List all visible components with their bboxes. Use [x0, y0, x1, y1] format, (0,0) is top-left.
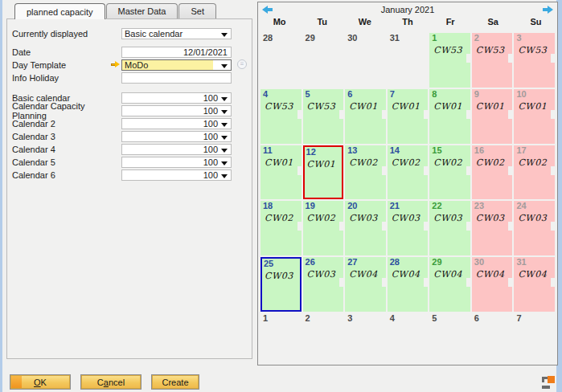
calendar-day-cell[interactable]: 30CW04 [472, 257, 513, 312]
calendar-day-cell[interactable]: 3CW53 [514, 33, 555, 88]
calendar-capacity-value: 100 [122, 106, 231, 116]
row-date: Date 12/01/2021 [10, 46, 248, 58]
calendar-day-cell[interactable]: 13CW02 [345, 145, 386, 200]
date-label: Date [10, 47, 121, 57]
edit-list-icon[interactable]: ≡ [237, 59, 247, 69]
calendar-capacity-value: 100 [122, 119, 231, 129]
calendar-week-label: CW01 [515, 101, 553, 112]
calendar-day-cell[interactable]: 28CW04 [388, 257, 429, 312]
calendar-week-label: CW03 [389, 213, 427, 223]
calendar-day-cell[interactable]: 22CW03 [429, 201, 470, 255]
calendar-day-cell[interactable]: 4CW53 [260, 89, 302, 144]
capacity-rows: Basic calendar100Calendar Capacity Plann… [10, 92, 248, 181]
next-month-arrow-icon[interactable] [542, 6, 553, 14]
calendar-day-cell[interactable]: 30 [345, 33, 386, 88]
chevron-down-icon[interactable] [221, 149, 228, 153]
day-number: 23 [474, 201, 511, 211]
calendar-day-cell[interactable]: 19CW02 [303, 201, 344, 255]
calendar-day-cell[interactable]: 31CW04 [514, 257, 555, 312]
tab-planned-capacity[interactable]: planned capacity [14, 3, 105, 19]
calendar-day-cell[interactable]: 21CW03 [388, 201, 429, 255]
date-input[interactable]: 12/01/2021 [121, 47, 232, 58]
previous-month-arrow-icon[interactable] [262, 6, 273, 14]
day-number: 28 [262, 33, 300, 43]
calendar-week-label: CW03 [515, 213, 553, 223]
chevron-down-icon[interactable] [221, 33, 228, 37]
calendar-day-cell[interactable]: 29 [303, 33, 344, 88]
calendar-day-cell[interactable]: 5CW53 [303, 89, 344, 144]
calendar-day-cell[interactable]: 10CW01 [514, 89, 555, 144]
day-number: 30 [474, 257, 511, 267]
calendar-day-cell[interactable]: 2 [303, 313, 344, 362]
create-button[interactable]: Create [151, 374, 199, 390]
calendar-capacity-label: Calendar 2 [10, 119, 121, 129]
calendar-day-cell[interactable]: 7 [514, 313, 555, 362]
calendar-capacity-dropdown[interactable]: 100 [121, 144, 232, 155]
calendar-day-cell[interactable]: 12CW01 [303, 145, 344, 200]
calendar-capacity-dropdown[interactable]: 100 [121, 169, 232, 181]
ok-button[interactable]: OK [10, 374, 71, 390]
arrow-tail [267, 8, 273, 11]
calendar-day-cell[interactable]: 23CW03 [472, 201, 513, 255]
calendar-day-cell[interactable]: 3 [345, 313, 386, 362]
chevron-down-icon[interactable] [221, 123, 228, 127]
calendar-day-cell[interactable]: 11CW01 [260, 145, 302, 200]
calendar-day-cell[interactable]: 1 [260, 313, 302, 362]
day-number: 6 [474, 313, 511, 324]
chevron-down-icon[interactable] [221, 161, 228, 165]
calendar-day-cell[interactable]: 1CW53 [429, 33, 470, 88]
calendar-day-cell[interactable]: 26CW03 [303, 257, 344, 312]
calendar-capacity-dropdown[interactable]: 100 [121, 118, 232, 129]
calendar-day-cell[interactable]: 9CW01 [472, 89, 513, 144]
calendar-week-label: CW01 [474, 101, 511, 112]
calendar-capacity-dropdown[interactable]: 100 [121, 105, 232, 116]
day-number: 8 [431, 89, 469, 100]
day-number: 26 [305, 257, 343, 267]
row-calendar-capacity: Calendar 2100 [10, 117, 248, 129]
tab-master-data[interactable]: Master Data [106, 3, 178, 18]
calendar-day-cell[interactable]: 31 [388, 33, 429, 88]
calendar-day-cell[interactable]: 8CW01 [429, 89, 470, 144]
calendar-day-cell[interactable]: 4 [388, 313, 429, 362]
day-number: 14 [389, 145, 427, 156]
calendar-day-cell[interactable]: 6CW01 [345, 89, 386, 144]
currently-displayed-value: Basic calendar [122, 29, 231, 39]
calendar-day-cell[interactable]: 17CW02 [514, 145, 555, 200]
calendar-day-cell[interactable]: 15CW02 [429, 145, 470, 200]
day-number: 2 [305, 313, 343, 324]
day-number: 9 [474, 89, 511, 100]
link-arrow-icon[interactable] [111, 61, 120, 68]
calendar-week-label: CW02 [389, 157, 427, 168]
chevron-down-icon[interactable] [221, 64, 228, 68]
calendar-capacity-dropdown[interactable]: 100 [121, 131, 232, 142]
chevron-down-icon[interactable] [221, 136, 228, 140]
day-number: 27 [347, 257, 384, 267]
calendar-day-cell[interactable]: 20CW03 [345, 201, 386, 255]
calendar-day-cell[interactable]: 29CW04 [429, 257, 470, 312]
resize-corner-icon[interactable] [542, 376, 555, 389]
chevron-down-icon[interactable] [221, 174, 228, 178]
calendar-day-cell[interactable]: 6 [472, 313, 513, 362]
calendar-day-cell[interactable]: 18CW02 [260, 201, 302, 255]
calendar-day-cell[interactable]: 2CW53 [472, 33, 513, 88]
calendar-day-cell[interactable]: 27CW04 [345, 257, 386, 312]
calendar-day-cell[interactable]: 14CW02 [388, 145, 429, 200]
calendar-day-cell[interactable]: 24CW03 [514, 201, 555, 255]
calendar-day-cell[interactable]: 5 [429, 313, 470, 362]
cancel-button[interactable]: Cancel [80, 374, 142, 390]
day-number: 1 [262, 313, 300, 324]
tab-set[interactable]: Set [178, 3, 216, 18]
calendar-day-cell[interactable]: 25CW03 [260, 257, 302, 312]
calendar-day-cell[interactable]: 7CW01 [388, 89, 429, 144]
calendar-capacity-dropdown[interactable]: 100 [121, 157, 232, 168]
chevron-down-icon[interactable] [221, 97, 228, 101]
calendar-day-cell[interactable]: 16CW02 [472, 145, 513, 200]
chevron-down-icon[interactable] [221, 110, 228, 114]
day-template-dropdown[interactable]: MoDo [121, 59, 232, 71]
info-holiday-input[interactable] [121, 72, 232, 84]
day-number: 11 [262, 145, 300, 156]
calendar-day-cell[interactable]: 28 [260, 33, 302, 88]
day-number: 10 [515, 89, 553, 100]
calendar-capacity-dropdown[interactable]: 100 [121, 92, 232, 104]
currently-displayed-dropdown[interactable]: Basic calendar [121, 28, 232, 39]
